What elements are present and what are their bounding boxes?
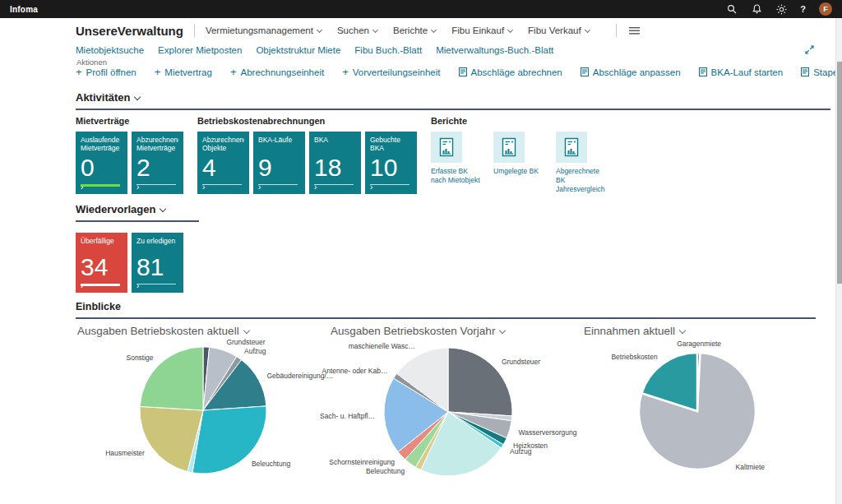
scrollbar-track[interactable]: [835, 18, 842, 504]
main-navigation: UnsereVerwaltung Vermietungsmanagement S…: [76, 23, 640, 38]
menu-fibu-einkauf[interactable]: Fibu Einkauf: [451, 25, 512, 35]
chevron-down-icon: [317, 26, 322, 32]
tile-label: Abzurechnende Mietverträge: [136, 136, 178, 153]
pie-slice-label: Beleuchtung: [252, 460, 291, 468]
tile-value: 81: [136, 255, 178, 280]
tile-bka-laeufe[interactable]: BKA-Läufe 9 ›: [253, 132, 305, 194]
menu-berichte[interactable]: Berichte: [393, 25, 436, 35]
action-label: BKA-Lauf starten: [711, 67, 784, 77]
chevron-right-icon: ›: [202, 183, 205, 192]
report-erfasste-bk[interactable]: Erfasste BK nach Mietobjekt: [431, 132, 480, 194]
pie-slice-label: Sonstige: [127, 354, 154, 362]
expand-page-icon[interactable]: [805, 43, 814, 58]
tile-bka[interactable]: BKA 18 ›: [309, 132, 361, 194]
tile-progress-bar: [81, 184, 120, 187]
action-abschlaege-anpassen[interactable]: Abschläge anpassen: [581, 67, 681, 77]
chevron-right-icon: ›: [81, 183, 83, 192]
chart-title-dropdown[interactable]: Einnahmen aktuell: [584, 325, 685, 337]
action-bar: +Profil öffnen +Mietvertrag +Abrechnungs…: [76, 67, 842, 77]
topbar-actions: ? F: [726, 2, 832, 16]
chevron-down-icon: [160, 205, 166, 211]
tile-gebuchte-bka[interactable]: Gebuchte BKA 10 ›: [365, 132, 417, 194]
action-abschlaege-abrechnen[interactable]: Abschläge abrechnen: [459, 67, 562, 77]
link-fibu-buch-blatt[interactable]: Fibu Buch.-Blatt: [354, 45, 422, 55]
tile-zu-erledigen[interactable]: Zu erledigen 81 ›: [132, 233, 183, 293]
tile-value: 18: [314, 155, 356, 180]
action-abrechnungseinheit[interactable]: +Abrechnungseinheit: [230, 67, 324, 77]
pie-slice-label: Hausmeister: [105, 449, 145, 457]
action-label: Mietvertrag: [164, 67, 212, 77]
tile-abzurechnende-mietvertraege[interactable]: Abzurechnende Mietverträge 2 ›: [132, 132, 183, 194]
chevron-right-icon: ›: [81, 282, 83, 290]
section-aktivitaeten: Aktivitäten Mietverträge Auslaufende Mie…: [76, 90, 830, 194]
tile-abzurechnende-objekte[interactable]: Abzurechnende Objekte 4 ›: [197, 132, 249, 194]
charts-row: Ausgaben Betriebskosten aktuell Grundste…: [76, 323, 832, 500]
group-berichte: Berichte Erfasste BK nach Mietobjekt Umg…: [431, 116, 605, 194]
help-icon[interactable]: ?: [800, 4, 806, 14]
user-avatar[interactable]: F: [819, 2, 832, 16]
menu-label: Berichte: [393, 25, 428, 35]
link-objektstruktur-miete[interactable]: Objektstruktur Miete: [256, 45, 340, 55]
plus-icon: +: [76, 67, 82, 77]
pie-slice-label: Garagenmiete: [677, 340, 721, 348]
chevron-down-icon: [507, 26, 513, 32]
tile-underline: [136, 184, 176, 185]
chevron-right-icon: ›: [370, 183, 372, 192]
chevron-right-icon: ›: [314, 183, 317, 192]
menu-suchen[interactable]: Suchen: [337, 25, 377, 35]
settings-gear-icon[interactable]: [775, 3, 787, 15]
tile-value: 0: [81, 155, 123, 180]
action-bka-lauf-starten[interactable]: BKA-Lauf starten: [699, 67, 784, 77]
notifications-bell-icon[interactable]: [751, 3, 762, 15]
aktivitaeten-heading[interactable]: Aktivitäten: [76, 91, 140, 104]
tile-ueberfaellige[interactable]: Überfällige 34 ›: [76, 233, 127, 293]
chart-title: Ausgaben Betriebskosten Vorjahr: [331, 325, 495, 337]
pie-slice-label: Schornsteinreinigung: [329, 458, 395, 466]
link-mietverwaltungs-buch-blatt[interactable]: Mietverwaltungs-Buch.-Blatt: [436, 45, 553, 55]
chart-title: Ausgaben Betriebskosten aktuell: [77, 325, 239, 337]
report-label: Umgelegte BK: [493, 167, 543, 176]
report-umgelegte-bk[interactable]: Umgelegte BK: [493, 132, 543, 194]
more-menu-icon[interactable]: [629, 23, 640, 38]
chevron-right-icon: ›: [136, 282, 139, 290]
tile-value: 9: [258, 155, 300, 180]
chart-title-dropdown[interactable]: Ausgaben Betriebskosten aktuell: [77, 325, 249, 337]
chevron-down-icon: [431, 26, 437, 32]
section-einblicke: Einblicke Ausgaben Betriebskosten aktuel…: [76, 298, 832, 500]
pie-slice-label: Aufzug: [244, 347, 266, 355]
pie-chart[interactable]: GrundsteuerWasserversorgungHeizkostenAuf…: [329, 340, 576, 500]
chart-ausgaben-betriebskosten-vorjahr: Ausgaben Betriebskosten Vorjahr Grundste…: [329, 323, 582, 500]
pie-slice-label: Sach- u. Haftpfl…: [320, 412, 375, 420]
section-rule: [76, 220, 199, 222]
action-mietvertrag[interactable]: +Mietvertrag: [155, 67, 212, 77]
tile-auslaufende-mietvertraege[interactable]: Auslaufende Mietverträge 0 ›: [76, 132, 127, 194]
search-icon[interactable]: [726, 3, 738, 15]
link-explorer-mietposten[interactable]: Explorer Mietposten: [158, 45, 242, 55]
tile-label: BKA-Läufe: [258, 136, 300, 153]
app-title[interactable]: UnsereVerwaltung: [76, 24, 183, 38]
report-abgerechnete-bk[interactable]: Abgerechnete BK Jahresvergleich: [556, 132, 605, 194]
pie-slice-label: Aufzug: [510, 447, 532, 455]
tile-underline: [81, 284, 120, 286]
pie-chart[interactable]: GrundsteuerAufzugGebäudereinigung/…Beleu…: [76, 340, 322, 500]
pie-chart[interactable]: GaragenmieteKaltmieteBetriebskosten: [582, 340, 829, 500]
chart-title-dropdown[interactable]: Ausgaben Betriebskosten Vorjahr: [331, 325, 505, 337]
menu-vermietungsmanagement[interactable]: Vermietungsmanagement: [206, 25, 322, 35]
chart-ausgaben-betriebskosten-aktuell: Ausgaben Betriebskosten aktuell Grundste…: [76, 323, 329, 500]
report-tile: [493, 132, 525, 163]
scrollbar-thumb[interactable]: [837, 62, 842, 284]
menu-fibu-verkauf[interactable]: Fibu Verkauf: [528, 25, 590, 35]
pie-slice-label: Antenne- oder Kab…: [322, 367, 388, 375]
wiedervorlagen-heading[interactable]: Wiedervorlagen: [76, 203, 165, 215]
pie-slice-label: Betriebskosten: [611, 353, 657, 361]
link-mietobjektsuche[interactable]: Mietobjektsuche: [76, 45, 144, 55]
group-betriebskostenabrechnungen: Betriebskostenabrechnungen Abzurechnende…: [197, 116, 417, 194]
tile-label: BKA: [314, 136, 356, 153]
pie-slice-label: Beleuchtung: [366, 467, 405, 475]
chevron-down-icon: [499, 326, 506, 333]
action-vorverteilungseinheit[interactable]: +Vorverteilungseinheit: [342, 67, 440, 77]
action-profil-oeffnen[interactable]: +Profil öffnen: [76, 67, 136, 77]
pie-slice-label: Wasserversorgung: [519, 428, 577, 437]
section-rule: [76, 317, 816, 319]
group-label: Mietverträge: [76, 116, 183, 126]
